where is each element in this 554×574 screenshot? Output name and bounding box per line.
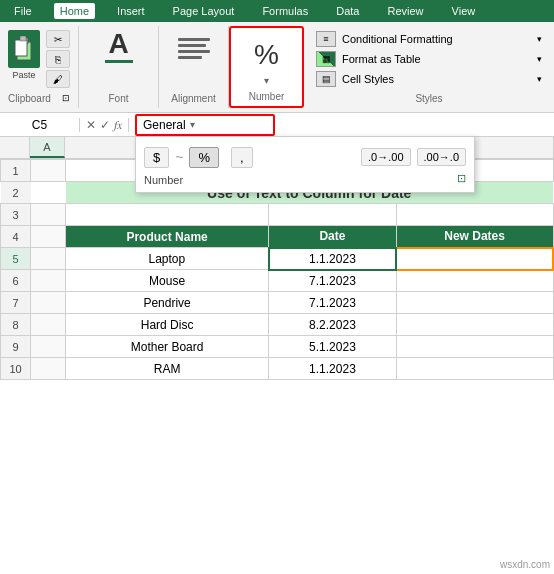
cell-styles-icon: ▤ <box>316 71 336 87</box>
svg-rect-3 <box>20 36 26 41</box>
alignment-icon <box>174 30 214 67</box>
cell-c7[interactable]: 7.1.2023 <box>269 292 397 314</box>
cell-c10[interactable]: 1.1.2023 <box>269 358 397 380</box>
styles-label: Styles <box>312 93 546 104</box>
cell-d7[interactable] <box>396 292 553 314</box>
row-number: 9 <box>1 336 31 358</box>
table-row: 10 RAM 1.1.2023 <box>1 358 554 380</box>
cell-c3[interactable] <box>269 204 397 226</box>
number-panel-row: $ ~ % , .0→.00 .00→.0 <box>144 143 466 172</box>
svg-rect-2 <box>15 40 27 56</box>
clipboard-expand[interactable]: ⊡ <box>62 93 70 103</box>
cell-a10[interactable] <box>31 358 66 380</box>
menu-item-home[interactable]: Home <box>54 3 95 19</box>
number-label: Number <box>249 89 285 102</box>
cancel-formula-icon[interactable]: ✕ <box>86 118 96 132</box>
percent-button[interactable]: % <box>189 147 219 168</box>
row-number: 6 <box>1 270 31 292</box>
cell-b6[interactable]: Mouse <box>66 270 269 292</box>
cell-b5[interactable]: Laptop <box>66 248 269 270</box>
cell-d9[interactable] <box>396 336 553 358</box>
cell-b7[interactable]: Pendrive <box>66 292 269 314</box>
cell-c5[interactable]: 1.1.2023 <box>269 248 397 270</box>
menu-item-formulas[interactable]: Formulas <box>256 3 314 19</box>
font-label: Font <box>108 91 128 104</box>
conditional-formatting-button[interactable]: ≡ Conditional Formatting ▾ <box>312 30 546 48</box>
table-row: 9 Mother Board 5.1.2023 <box>1 336 554 358</box>
cell-c9[interactable]: 5.1.2023 <box>269 336 397 358</box>
menu-item-file[interactable]: File <box>8 3 38 19</box>
menu-item-insert[interactable]: Insert <box>111 3 151 19</box>
font-group: A Font <box>79 26 159 108</box>
format-as-table-button[interactable]: ▦ Format as Table ▾ <box>312 50 546 68</box>
corner-cell <box>0 137 30 158</box>
cell-d10[interactable] <box>396 358 553 380</box>
conditional-formatting-icon: ≡ <box>316 31 336 47</box>
cell-c6[interactable]: 7.1.2023 <box>269 270 397 292</box>
cell-b8[interactable]: Hard Disc <box>66 314 269 336</box>
decrease-decimal-button[interactable]: .00→.0 <box>417 148 466 166</box>
cell-d3[interactable] <box>396 204 553 226</box>
row-number: 3 <box>1 204 31 226</box>
cell-a4[interactable] <box>31 226 66 248</box>
currency-button[interactable]: $ <box>144 147 169 168</box>
paste-button[interactable]: Paste <box>8 30 40 80</box>
cell-d6[interactable] <box>396 270 553 292</box>
cell-a5[interactable] <box>31 248 66 270</box>
confirm-formula-icon[interactable]: ✓ <box>100 118 110 132</box>
formula-icons: ✕ ✓ 𝑓𝑥 <box>80 118 129 132</box>
cell-a3[interactable] <box>31 204 66 226</box>
comma-button[interactable]: , <box>231 147 253 168</box>
cell-c8[interactable]: 8.2.2023 <box>269 314 397 336</box>
font-icon: A <box>105 30 133 63</box>
cell-a1[interactable] <box>31 160 66 182</box>
percent-icon: % <box>250 35 283 75</box>
cell-a9[interactable] <box>31 336 66 358</box>
table-row: 5 Laptop 1.1.2023 <box>1 248 554 270</box>
number-format-value: General <box>143 118 186 132</box>
conditional-formatting-label: Conditional Formatting <box>342 33 453 45</box>
copy-button[interactable]: ⎘ <box>46 50 70 68</box>
menu-item-page layout[interactable]: Page Layout <box>167 3 241 19</box>
alignment-group: Alignment <box>159 26 229 108</box>
cell-d8[interactable] <box>396 314 553 336</box>
number-panel-label: Number <box>144 174 183 186</box>
number-panel: $ ~ % , .0→.00 .00→.0 Number ⊡ <box>135 136 475 193</box>
alignment-label: Alignment <box>171 91 215 104</box>
row-number: 1 <box>1 160 31 182</box>
cell-a6[interactable] <box>31 270 66 292</box>
menu-item-review[interactable]: Review <box>381 3 429 19</box>
watermark: wsxdn.com <box>500 559 550 570</box>
cell-d5[interactable] <box>396 248 553 270</box>
cell-a7[interactable] <box>31 292 66 314</box>
row-number: 10 <box>1 358 31 380</box>
ribbon: Paste ✂ ⎘ 🖌 Clipboard ⊡ A Font <box>0 22 554 113</box>
product-name-header: Product Name <box>66 226 269 248</box>
number-format-area: General ▾ $ ~ % , .0→.00 .00→.0 Number ⊡ <box>129 114 554 136</box>
cell-b9[interactable]: Mother Board <box>66 336 269 358</box>
cell-styles-button[interactable]: ▤ Cell Styles ▾ <box>312 70 546 88</box>
cell-reference[interactable]: C5 <box>0 118 80 132</box>
cut-button[interactable]: ✂ <box>46 30 70 48</box>
row-number: 7 <box>1 292 31 314</box>
table-row: 7 Pendrive 7.1.2023 <box>1 292 554 314</box>
format-table-icon: ▦ <box>316 51 336 67</box>
cell-a8[interactable] <box>31 314 66 336</box>
clipboard-group: Paste ✂ ⎘ 🖌 Clipboard ⊡ <box>0 26 79 108</box>
insert-function-icon[interactable]: 𝑓𝑥 <box>114 118 122 132</box>
number-format-dropdown[interactable]: General ▾ <box>135 114 275 136</box>
font-underline <box>105 60 133 63</box>
number-arrows: ▾ <box>264 75 269 86</box>
menu-item-view[interactable]: View <box>446 3 482 19</box>
increase-decimal-button[interactable]: .0→.00 <box>361 148 410 166</box>
paste-label: Paste <box>12 70 35 80</box>
cell-a2[interactable] <box>31 182 66 204</box>
number-panel-expand[interactable]: ⊡ <box>457 172 466 185</box>
format-as-table-label: Format as Table <box>342 53 421 65</box>
cell-b3[interactable] <box>66 204 269 226</box>
cell-b10[interactable]: RAM <box>66 358 269 380</box>
format-painter-button[interactable]: 🖌 <box>46 70 70 88</box>
menu-item-data[interactable]: Data <box>330 3 365 19</box>
row-number: 2 <box>1 182 31 204</box>
table-row: 8 Hard Disc 8.2.2023 <box>1 314 554 336</box>
